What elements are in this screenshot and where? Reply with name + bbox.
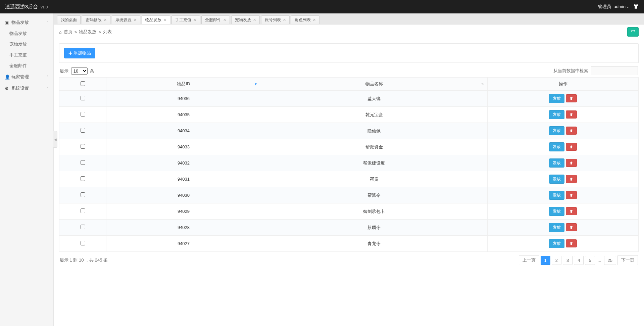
page-last[interactable]: 25 — [604, 256, 616, 265]
row-checkbox[interactable] — [81, 144, 85, 149]
main: ◀ 我的桌面密码修改✕系统设置✕物品发放✕手工充值✕全服邮件✕宠物发放✕账号列表… — [54, 13, 644, 326]
dispatch-button[interactable]: 发放 — [549, 175, 564, 184]
dispatch-button[interactable]: 发放 — [549, 207, 564, 216]
cell-item-name: 隐仙佩 — [261, 123, 487, 139]
sidebar-group-1[interactable]: 👤玩家管理˅ — [0, 71, 53, 83]
delete-button[interactable] — [566, 159, 577, 167]
group-icon: 👤 — [5, 75, 9, 80]
tab-close-icon[interactable]: ✕ — [223, 18, 226, 22]
checkbox-icon[interactable] — [81, 81, 85, 86]
breadcrumb: ⌂ 首页 > 物品发放 > 列表 — [59, 29, 112, 35]
tab-6[interactable]: 宠物发放✕ — [231, 15, 260, 24]
breadcrumb-home[interactable]: 首页 — [64, 29, 72, 35]
tab-3[interactable]: 物品发放✕ — [142, 15, 170, 24]
delete-button[interactable] — [566, 94, 577, 102]
tab-0[interactable]: 我的桌面 — [57, 15, 81, 24]
search-input[interactable] — [591, 66, 638, 75]
breadcrumb-section[interactable]: 物品发放 — [79, 29, 96, 35]
row-checkbox[interactable] — [81, 192, 85, 197]
page-1[interactable]: 1 — [541, 256, 550, 265]
dispatch-button[interactable]: 发放 — [549, 142, 564, 151]
tab-2[interactable]: 系统设置✕ — [112, 15, 140, 24]
tab-5[interactable]: 全服邮件✕ — [201, 15, 230, 24]
delete-button[interactable] — [566, 127, 577, 135]
dispatch-button[interactable]: 发放 — [549, 239, 564, 248]
col-checkbox[interactable] — [59, 78, 106, 91]
row-checkbox[interactable] — [81, 160, 85, 165]
cell-item-name: 御剑承包卡 — [261, 203, 487, 220]
cell-item-id: 94031 — [106, 171, 261, 187]
tab-close-icon[interactable]: ✕ — [253, 18, 256, 22]
home-icon[interactable]: ⌂ — [59, 30, 62, 35]
sidebar-item-0-3[interactable]: 全服邮件 — [9, 60, 53, 71]
theme-icon[interactable] — [633, 3, 639, 10]
tab-close-icon[interactable]: ✕ — [313, 18, 316, 22]
pagination: 上一页12345...25下一页 — [519, 255, 638, 265]
dispatch-button[interactable]: 发放 — [549, 223, 564, 232]
row-checkbox[interactable] — [81, 208, 85, 213]
add-item-button[interactable]: ✚ 添加物品 — [64, 48, 95, 58]
row-checkbox[interactable] — [81, 112, 85, 117]
dispatch-button[interactable]: 发放 — [549, 110, 564, 119]
col-item-name[interactable]: 物品名称⇅ — [261, 78, 487, 91]
col-item-id[interactable]: 物品ID▼ — [106, 78, 261, 91]
cell-item-name: 帮派令 — [261, 187, 487, 203]
chevron-down-icon: ⌄ — [626, 5, 629, 9]
page-4[interactable]: 4 — [574, 256, 584, 265]
tab-8[interactable]: 角色列表✕ — [291, 15, 319, 24]
delete-button[interactable] — [566, 239, 577, 247]
row-checkbox[interactable] — [81, 96, 85, 100]
col-actions: 操作 — [488, 78, 639, 91]
page-prev[interactable]: 上一页 — [519, 255, 539, 265]
sidebar-group-2[interactable]: ⚙系统设置˅ — [0, 83, 53, 94]
tab-close-icon[interactable]: ✕ — [104, 18, 107, 22]
cell-item-id: 94032 — [106, 155, 261, 171]
page-next[interactable]: 下一页 — [617, 255, 638, 265]
dispatch-button[interactable]: 发放 — [549, 158, 564, 168]
sidebar-collapse-handle[interactable]: ◀ — [53, 131, 57, 148]
delete-button[interactable] — [566, 223, 577, 231]
trash-icon — [569, 226, 573, 229]
tab-close-icon[interactable]: ✕ — [283, 18, 286, 22]
user-menu[interactable]: 管理员 admin⌄ — [598, 4, 629, 10]
delete-button[interactable] — [566, 110, 577, 119]
cell-item-id: 94027 — [106, 236, 261, 252]
trash-icon — [569, 242, 573, 245]
items-table: 物品ID▼ 物品名称⇅ 操作 94036鉴天镜发放 94035乾元宝盒发放 94… — [59, 77, 639, 252]
breadcrumb-page: 列表 — [103, 29, 112, 35]
sidebar-item-0-0[interactable]: 物品发放 — [9, 28, 53, 39]
page-length-select[interactable]: 102550100 — [71, 67, 88, 75]
tab-7[interactable]: 账号列表✕ — [261, 15, 290, 24]
delete-button[interactable] — [566, 207, 577, 215]
row-checkbox[interactable] — [81, 176, 85, 181]
row-checkbox[interactable] — [81, 128, 85, 133]
dispatch-button[interactable]: 发放 — [549, 94, 564, 103]
delete-button[interactable] — [566, 191, 577, 199]
page-3[interactable]: 3 — [563, 256, 573, 265]
dispatch-button[interactable]: 发放 — [549, 126, 564, 135]
tab-close-icon[interactable]: ✕ — [163, 18, 166, 22]
sidebar-item-0-2[interactable]: 手工充值 — [9, 50, 53, 60]
sidebar-group-0[interactable]: ▣物品发放˄ — [0, 17, 53, 28]
cell-item-name: 青龙令 — [261, 236, 487, 252]
tab-close-icon[interactable]: ✕ — [193, 18, 196, 22]
cell-item-id: 94035 — [106, 107, 261, 123]
refresh-button[interactable] — [627, 27, 639, 37]
tab-1[interactable]: 密码修改✕ — [82, 15, 110, 24]
sidebar-item-0-1[interactable]: 宠物发放 — [9, 39, 53, 50]
tab-close-icon[interactable]: ✕ — [134, 18, 137, 22]
table-row: 94030帮派令发放 — [59, 187, 639, 203]
page-2[interactable]: 2 — [552, 256, 561, 265]
tab-4[interactable]: 手工充值✕ — [171, 15, 200, 24]
row-checkbox[interactable] — [81, 225, 85, 229]
delete-button[interactable] — [566, 175, 577, 183]
row-checkbox[interactable] — [81, 241, 85, 245]
cell-item-name: 帮派建设度 — [261, 155, 487, 171]
table-row: 94036鉴天镜发放 — [59, 91, 639, 107]
page-5[interactable]: 5 — [585, 256, 595, 265]
table-row: 94034隐仙佩发放 — [59, 123, 639, 139]
chevron-icon: ˄ — [47, 21, 49, 25]
dispatch-button[interactable]: 发放 — [549, 191, 564, 200]
panel: ✚ 添加物品 — [59, 43, 639, 63]
delete-button[interactable] — [566, 143, 577, 151]
